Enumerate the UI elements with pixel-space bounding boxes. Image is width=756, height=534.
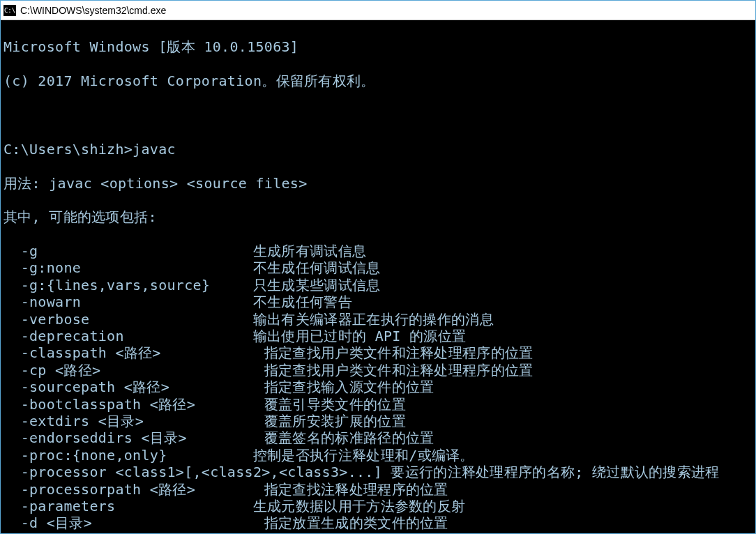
blank-line <box>3 107 753 123</box>
option-flag: -sourcepath <路径> <box>3 379 264 395</box>
option-row: -nowarn 不生成任何警告 <box>3 293 753 310</box>
option-flag: -cp <路径> <box>3 362 264 379</box>
version-line: Microsoft Windows [版本 10.0.15063] <box>3 38 753 55</box>
option-row: -processor <class1>[,<class2>,<class3>..… <box>3 464 753 480</box>
option-row: -parameters 生成元数据以用于方法参数的反射 <box>3 498 753 514</box>
option-row: -bootclasspath <路径> 覆盖引导类文件的位置 <box>3 396 753 413</box>
option-desc: 要运行的注释处理程序的名称; 绕过默认的搜索进程 <box>391 464 719 480</box>
option-desc: 只生成某些调试信息 <box>253 277 381 293</box>
option-row: -g:{lines,vars,source} 只生成某些调试信息 <box>3 277 753 293</box>
option-flag: -d <目录> <box>3 514 264 531</box>
copyright-line: (c) 2017 Microsoft Corporation。保留所有权利。 <box>3 73 753 89</box>
option-flag: -extdirs <目录> <box>3 413 264 429</box>
option-row: -d <目录> 指定放置生成的类文件的位置 <box>3 514 753 531</box>
option-row: -g:none 不生成任何调试信息 <box>3 259 753 276</box>
option-flag: -g <box>3 243 253 259</box>
option-row: -classpath <路径> 指定查找用户类文件和注释处理程序的位置 <box>3 344 753 361</box>
option-desc: 生成元数据以用于方法参数的反射 <box>253 498 466 514</box>
options-list: -g 生成所有调试信息 -g:none 不生成任何调试信息 -g:{lines,… <box>3 243 753 533</box>
option-row: -deprecation 输出使用已过时的 API 的源位置 <box>3 328 753 344</box>
option-row: -s <目录> 指定放置生成的源文件的位置 <box>3 532 753 533</box>
option-desc: 指定放置生成的类文件的位置 <box>264 514 448 531</box>
option-flag: -processorpath <路径> <box>3 481 264 498</box>
option-flag: -deprecation <box>3 328 253 344</box>
option-desc: 输出有关编译器正在执行的操作的消息 <box>253 311 494 328</box>
prompt-line: C:\Users\shizh>javac <box>3 141 753 158</box>
option-flag: -proc:{none,only} <box>3 447 253 464</box>
option-flag: -verbose <box>3 311 253 328</box>
option-desc: 不生成任何调试信息 <box>253 259 381 276</box>
option-desc: 指定查找注释处理程序的位置 <box>264 481 448 498</box>
option-row: -endorseddirs <目录> 覆盖签名的标准路径的位置 <box>3 429 753 446</box>
option-flag: -classpath <路径> <box>3 344 264 361</box>
option-desc: 覆盖所安装扩展的位置 <box>264 413 406 429</box>
option-row: -cp <路径> 指定查找用户类文件和注释处理程序的位置 <box>3 362 753 379</box>
option-flag: -processor <class1>[,<class2>,<class3>..… <box>3 464 391 480</box>
option-flag: -nowarn <box>3 293 253 310</box>
options-intro-line: 其中, 可能的选项包括: <box>3 208 753 225</box>
terminal-output[interactable]: Microsoft Windows [版本 10.0.15063] (c) 20… <box>1 20 755 533</box>
option-desc: 覆盖引导类文件的位置 <box>264 396 406 413</box>
option-desc: 指定查找用户类文件和注释处理程序的位置 <box>264 362 534 379</box>
option-row: -g 生成所有调试信息 <box>3 243 753 259</box>
option-row: -sourcepath <路径> 指定查找输入源文件的位置 <box>3 379 753 395</box>
window-titlebar[interactable]: C:\ C:\WINDOWS\system32\cmd.exe <box>1 1 755 20</box>
usage-line: 用法: javac <options> <source files> <box>3 175 753 192</box>
option-desc: 指定查找输入源文件的位置 <box>264 379 434 395</box>
option-row: -proc:{none,only} 控制是否执行注释处理和/或编译。 <box>3 447 753 464</box>
option-flag: -parameters <box>3 498 253 514</box>
option-desc: 指定放置生成的源文件的位置 <box>264 532 448 533</box>
option-row: -extdirs <目录> 覆盖所安装扩展的位置 <box>3 413 753 429</box>
cmd-icon: C:\ <box>3 5 16 16</box>
option-row: -processorpath <路径> 指定查找注释处理程序的位置 <box>3 481 753 498</box>
option-desc: 覆盖签名的标准路径的位置 <box>264 429 434 446</box>
option-desc: 输出使用已过时的 API 的源位置 <box>253 328 466 344</box>
option-row: -verbose 输出有关编译器正在执行的操作的消息 <box>3 311 753 328</box>
option-flag: -endorseddirs <目录> <box>3 429 264 446</box>
option-flag: -bootclasspath <路径> <box>3 396 264 413</box>
window-title: C:\WINDOWS\system32\cmd.exe <box>20 5 166 16</box>
option-flag: -g:{lines,vars,source} <box>3 277 253 293</box>
option-flag: -g:none <box>3 259 253 276</box>
option-flag: -s <目录> <box>3 532 264 533</box>
option-desc: 不生成任何警告 <box>253 293 352 310</box>
option-desc: 生成所有调试信息 <box>253 243 366 259</box>
option-desc: 指定查找用户类文件和注释处理程序的位置 <box>264 344 534 361</box>
option-desc: 控制是否执行注释处理和/或编译。 <box>253 447 474 464</box>
